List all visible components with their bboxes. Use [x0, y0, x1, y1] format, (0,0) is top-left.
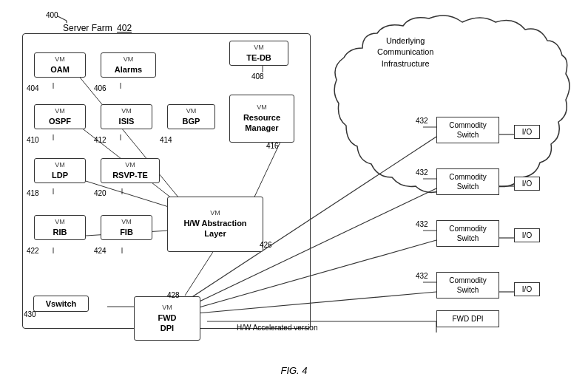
vm-bgp-name: BGP: [172, 116, 211, 126]
vm-fwd-dpi-name: FWD DPI: [158, 313, 176, 334]
vm-rsvp-box: VM RSVP-TE: [101, 158, 160, 183]
vm-hw-abstraction-label: VM: [210, 209, 220, 218]
hw-accelerated-label: H/W Accelerated version: [237, 324, 318, 332]
vm-alarms-name: Alarms: [105, 64, 152, 75]
vm-bgp-label: VM: [172, 107, 211, 116]
vm-rib-name: RIB: [38, 227, 81, 237]
ref-418: 418: [27, 189, 39, 197]
vm-ospf-box: VM OSPF: [34, 104, 86, 129]
ref-432-2: 432: [416, 168, 428, 177]
vm-oam-label: VM: [38, 55, 81, 64]
io-box-4: I/O: [514, 282, 540, 296]
vm-bgp-box: VM BGP: [167, 104, 215, 129]
vm-ldp-label: VM: [38, 161, 81, 170]
underlying-label: UnderlyingCommunicationInfrastructure: [377, 35, 433, 69]
vm-hw-abstraction-name: H/W Abstraction Layer: [183, 218, 246, 239]
vm-fib-label: VM: [105, 218, 148, 227]
vm-isis-label: VM: [105, 107, 148, 116]
ref-404: 404: [27, 84, 39, 92]
commodity-switch-2: CommoditySwitch: [436, 168, 499, 195]
vm-oam-name: OAM: [38, 64, 81, 75]
io-box-3: I/O: [514, 228, 540, 242]
vm-fwd-dpi-label: VM: [162, 304, 172, 313]
ref-416: 416: [266, 142, 279, 150]
vm-rsvp-label: VM: [105, 161, 155, 170]
ref-400-label: 400: [46, 11, 58, 19]
vm-oam-box: VM OAM: [34, 52, 86, 78]
ref-432-1: 432: [416, 117, 428, 125]
ref-426: 426: [260, 241, 272, 249]
ref-412: 412: [94, 136, 107, 144]
ref-432-4: 432: [416, 272, 428, 280]
io-box-2: I/O: [514, 177, 540, 191]
diagram: 400 Server Farm 402 VM OAM VM Alarms 404…: [0, 0, 588, 382]
vm-isis-box: VM ISIS: [101, 104, 152, 129]
svg-line-0: [58, 16, 67, 21]
vswitch-box: Vswitch: [33, 296, 89, 312]
vm-alarms-box: VM Alarms: [101, 52, 156, 78]
vm-alarms-label: VM: [105, 55, 152, 64]
ref-424: 424: [94, 247, 107, 255]
ref-428: 428: [167, 291, 180, 299]
vm-resource-manager-box: VM Resource Manager: [229, 95, 294, 143]
ref-430: 430: [24, 310, 36, 318]
ref-432-3: 432: [416, 220, 428, 228]
ref-410: 410: [27, 136, 39, 144]
ref-422: 422: [27, 247, 39, 255]
vm-te-db-box: VM TE-DB: [229, 41, 288, 66]
vm-ldp-name: LDP: [38, 170, 81, 180]
vm-isis-name: ISIS: [105, 116, 148, 126]
vm-fib-box: VM FIB: [101, 215, 152, 240]
vm-rsvp-name: RSVP-TE: [105, 170, 155, 180]
vm-ospf-label: VM: [38, 107, 81, 116]
ref-406: 406: [94, 84, 107, 92]
vm-hw-abstraction-box: VM H/W Abstraction Layer: [167, 197, 263, 252]
vswitch-name: Vswitch: [38, 299, 84, 309]
vm-rib-box: VM RIB: [34, 215, 86, 240]
commodity-switch-1: CommoditySwitch: [436, 117, 499, 143]
vm-rib-label: VM: [38, 218, 81, 227]
ref-408: 408: [251, 72, 264, 81]
underlying-text: UnderlyingCommunicationInfrastructure: [377, 35, 433, 69]
vm-te-db-name: TE-DB: [234, 52, 284, 63]
commodity-switch-3: CommoditySwitch: [436, 220, 499, 247]
ref-414: 414: [160, 136, 172, 144]
vm-ospf-name: OSPF: [38, 116, 81, 126]
ref-420: 420: [94, 189, 107, 197]
vm-resource-manager-name: Resource Manager: [243, 112, 280, 134]
server-farm-label: Server Farm 402: [60, 23, 135, 33]
vm-ldp-box: VM LDP: [34, 158, 86, 183]
io-box-1: I/O: [514, 125, 540, 139]
commodity-switch-4: CommoditySwitch: [436, 272, 499, 299]
vm-resource-manager-label: VM: [257, 103, 267, 112]
figure-label: FIG. 4: [280, 365, 307, 376]
server-farm-box: Server Farm 402 VM OAM VM Alarms 404 406…: [22, 33, 311, 329]
vm-fwd-dpi-box: VM FWD DPI: [134, 296, 200, 341]
fwd-dpi-external-box: FWD DPI: [436, 310, 499, 327]
vm-te-db-label: VM: [234, 44, 284, 52]
vm-fib-name: FIB: [105, 227, 148, 237]
